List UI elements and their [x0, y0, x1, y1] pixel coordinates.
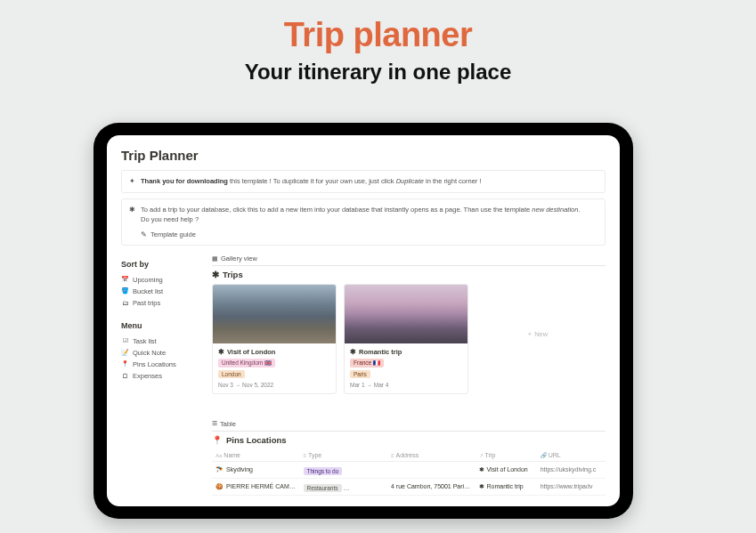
hero-subtitle: Your itinerary in one place: [0, 60, 756, 85]
pin-trip-cell[interactable]: ✱Romantic trip: [476, 478, 537, 495]
trips-gallery: ✱Visit of LondonUnited Kingdom 🇬🇧LondonN…: [212, 284, 606, 394]
trip-card-title: ✱Visit of London: [218, 348, 330, 356]
pin-url-cell[interactable]: https://www.tripadv: [537, 478, 606, 495]
menu-label: Bucket list: [133, 287, 163, 295]
type-tag: Restaurants: [304, 484, 342, 492]
sortby-heading: Sort by: [121, 260, 199, 269]
sidebar: Sort by 📅Upcoming🪣Bucket list🗂Past trips…: [121, 254, 199, 496]
city-tag: Paris: [350, 370, 370, 378]
menu-icon: 🗒: [121, 373, 129, 379]
template-guide-link[interactable]: ✎ Template guide: [141, 230, 196, 239]
menu-label: Task list: [133, 337, 157, 345]
menu-item-2[interactable]: 📍Pins Locations: [121, 359, 199, 370]
menu-icon: 🗂: [121, 300, 129, 306]
table-view-tab[interactable]: ☰ Table: [212, 420, 606, 432]
gallery-icon: ▦: [212, 255, 218, 262]
type-tag: Things to do: [304, 467, 343, 475]
pins-col-4[interactable]: 🔗URL: [537, 449, 606, 462]
callout-help: ✱ To add a trip to your database, click …: [121, 198, 606, 246]
table-icon: ☰: [212, 420, 217, 427]
callout-bold: Thank you for downloading: [141, 177, 228, 185]
pin-url-cell[interactable]: https://ukskydiving.c: [537, 461, 606, 478]
pencil-icon: ✎: [141, 230, 147, 239]
pins-col-1[interactable]: ≡Type: [300, 449, 388, 462]
tablet-frame: Trip Planner ✦ Thank you for downloading…: [93, 123, 633, 519]
pin-name-cell[interactable]: 🍪PIERRE HERMÉ CAMBON: [212, 478, 300, 495]
hero-banner: Trip planner Your itinerary in one place: [0, 0, 756, 85]
row-icon: 🪂: [215, 466, 224, 472]
menu-heading: Menu: [121, 321, 199, 330]
menu-label: Expenses: [133, 372, 162, 380]
trip-card-title: ✱Romantic trip: [350, 348, 462, 356]
menu-item-1[interactable]: 📝Quick Note: [121, 347, 199, 359]
pins-table: AaName≡Type≡Address↗Trip🔗URL 🪂SkydivingT…: [212, 449, 606, 496]
column-type-icon: ↗: [479, 453, 484, 458]
column-type-icon: ≡: [391, 453, 394, 458]
pin-address-cell: 4 rue Cambon, 75001 Paris F: [387, 478, 476, 495]
column-type-icon: Aa: [215, 453, 222, 458]
asterisk-icon: ✱: [479, 483, 484, 489]
city-tag: London: [218, 370, 245, 378]
sortby-item-1[interactable]: 🪣Bucket list: [121, 286, 199, 297]
trip-dates: Mar 1 → Mar 4: [350, 382, 462, 388]
column-type-icon: 🔗: [541, 453, 547, 458]
page-title: Trip Planner: [121, 148, 606, 163]
menu-icon: ☑: [121, 337, 129, 344]
menu-icon: 🪣: [121, 287, 129, 295]
new-trip-button[interactable]: +New: [476, 284, 600, 384]
trip-card-0[interactable]: ✱Visit of LondonUnited Kingdom 🇬🇧LondonN…: [212, 284, 337, 394]
callout-thank-you: ✦ Thank you for downloading this templat…: [121, 170, 606, 193]
country-tag: France 🇫🇷: [350, 359, 384, 367]
sortby-item-2[interactable]: 🗂Past trips: [121, 297, 199, 309]
pins-col-0[interactable]: AaName: [212, 449, 300, 462]
pin-address-cell: [387, 461, 476, 478]
plus-icon: +: [528, 330, 532, 338]
asterisk-icon: ✱: [479, 466, 484, 472]
table-row[interactable]: 🍪PIERRE HERMÉ CAMBONRestaurantsThings to…: [212, 478, 606, 495]
menu-label: Upcoming: [133, 276, 163, 284]
sparkle-icon: ✦: [129, 176, 135, 187]
pin-name-cell[interactable]: 🪂Skydiving: [212, 461, 300, 478]
pin-icon: 📍: [212, 435, 223, 445]
trip-card-image: [213, 285, 336, 343]
pin-trip-cell[interactable]: ✱Visit of London: [476, 461, 537, 478]
main-content: ▦ Gallery view ✱ Trips ✱Visit of LondonU…: [212, 254, 606, 496]
menu-icon: 📅: [121, 276, 129, 283]
asterisk-icon: ✱: [129, 205, 135, 239]
sortby-item-0[interactable]: 📅Upcoming: [121, 274, 199, 286]
country-tag: United Kingdom 🇬🇧: [218, 359, 275, 367]
hero-title: Trip planner: [0, 16, 756, 54]
trip-card-1[interactable]: ✱Romantic tripFrance 🇫🇷ParisMar 1 → Mar …: [344, 284, 468, 394]
menu-item-3[interactable]: 🗒Expenses: [121, 370, 199, 382]
callout-help-line1: To add a trip to your database, click th…: [141, 205, 597, 214]
menu-label: Quick Note: [133, 349, 166, 357]
menu-icon: 📍: [121, 360, 129, 367]
menu-label: Pins Locations: [133, 360, 176, 368]
gallery-view-tab[interactable]: ▦ Gallery view: [212, 254, 606, 266]
trip-card-image: [345, 285, 467, 343]
pin-type-cell: Things to do: [300, 461, 388, 478]
app-screen: Trip Planner ✦ Thank you for downloading…: [107, 135, 620, 506]
pins-col-3[interactable]: ↗Trip: [476, 449, 537, 462]
asterisk-icon: ✱: [212, 270, 219, 279]
trips-db-title[interactable]: ✱ Trips: [212, 270, 606, 279]
callout-italic: Duplicate: [396, 177, 424, 185]
callout-text: Thank you for downloading this template …: [141, 176, 597, 187]
column-type-icon: ≡: [304, 453, 307, 458]
trip-dates: Nov 3 → Nov 5, 2022: [218, 382, 330, 388]
pin-type-cell: RestaurantsThings to do: [300, 478, 388, 495]
callout-help-line2: Do you need help ?: [141, 214, 597, 224]
pins-col-2[interactable]: ≡Address: [387, 449, 476, 462]
menu-label: Past trips: [133, 299, 160, 307]
menu-icon: 📝: [121, 349, 129, 356]
menu-item-0[interactable]: ☑Task list: [121, 335, 199, 347]
table-row[interactable]: 🪂SkydivingThings to do✱Visit of Londonht…: [212, 461, 606, 478]
row-icon: 🍪: [215, 483, 224, 489]
pins-db-title[interactable]: 📍 Pins Locations: [212, 435, 606, 445]
